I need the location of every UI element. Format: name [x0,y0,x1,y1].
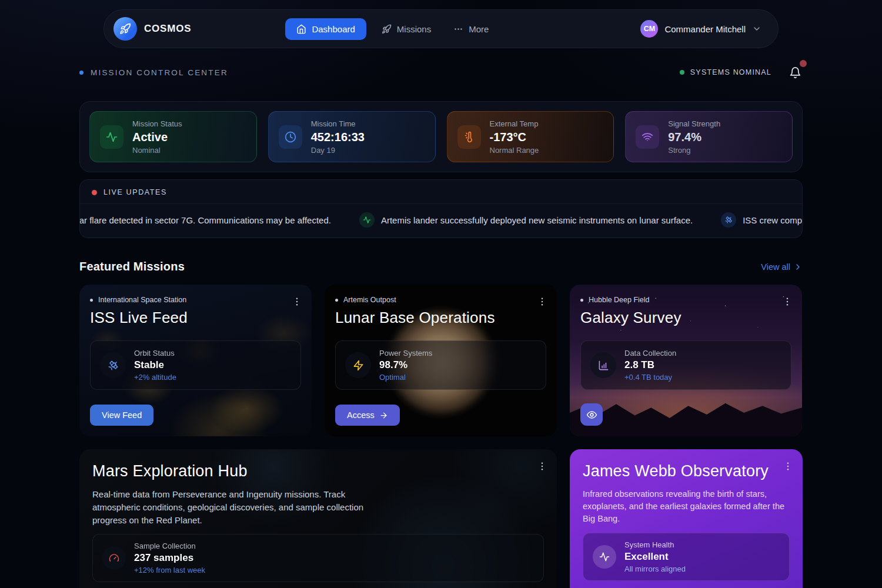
live-updates-panel: LIVE UPDATES Solar flare detected in sec… [79,179,803,238]
card-eyebrow: Hubble Deep Field [580,296,791,304]
status-dot-blue [79,71,83,75]
bell-icon [789,66,801,79]
stat-value: 237 samples [134,552,205,564]
mission-card-galaxy[interactable]: Hubble Deep Field Galaxy Survey Data Col… [570,285,802,436]
system-status-label: SYSTEMS NOMINAL [690,68,771,76]
nav-item-label: Missions [397,24,431,34]
preview-button[interactable] [580,403,603,426]
activity-icon [100,125,123,149]
stat-sub: Normal Range [490,146,539,155]
chevron-right-icon [793,262,803,272]
main-content: MISSION CONTROL CENTER SYSTEMS NOMINAL M… [79,48,803,588]
card-title: Mars Exploration Hub [92,462,544,480]
user-menu[interactable]: CM Commander Mitchell [637,16,770,41]
page-title: MISSION CONTROL CENTER [91,68,228,77]
stat-value: 452:16:33 [311,130,365,144]
card-description: Infrared observations revealing the birt… [583,488,790,525]
ticker-text: Artemis lander successfully deployed new… [381,215,693,225]
chevron-down-icon [752,24,761,34]
button-label: View Feed [102,410,142,420]
mars-exploration-card[interactable]: Mars Exploration Hub Real-time data from… [79,449,557,588]
stat-value: 97.4% [668,130,720,144]
kebab-icon [783,461,793,472]
brand[interactable]: COSMOS [113,17,191,41]
stats-panel: Mission Status Active Nominal Mission Ti… [79,101,803,172]
card-stat-box: Power Systems 98.7% Optimal [335,340,546,390]
mission-control-title-group: MISSION CONTROL CENTER [79,68,228,77]
system-status-group: SYSTEMS NOMINAL [680,65,803,80]
top-nav: COSMOS Dashboard Missions More CM Comman… [103,9,779,48]
card-description: Real-time data from Perseverance and Ing… [92,488,370,526]
stat-sub: Nominal [132,146,182,155]
stat-delta: +2% altitude [134,373,176,382]
eyebrow-label: Hubble Deep Field [589,296,650,304]
stat-delta: +12% from last week [134,566,205,574]
card-title: ISS Live Feed [90,309,301,327]
stat-label: Mission Time [311,119,365,128]
news-ticker[interactable]: Solar flare detected in sector 7G. Commu… [80,204,802,238]
wifi-icon [636,125,659,149]
stat-value: -173°C [490,130,539,144]
eyebrow-label: International Space Station [98,296,186,304]
cosmos-dashboard-page: COSMOS Dashboard Missions More CM Comman… [0,0,882,588]
spotlight-row: Mars Exploration Hub Real-time data from… [79,449,803,588]
nav-item-more[interactable]: More [446,18,496,40]
mission-card-lunar[interactable]: Artemis Outpost Lunar Base Operations Po… [325,285,557,436]
access-button[interactable]: Access [335,405,400,426]
card-stat-box: Data Collection 2.8 TB +0.4 TB today [580,340,791,390]
nav-item-dashboard[interactable]: Dashboard [285,18,366,40]
avatar: CM [640,20,658,38]
card-stat-box: Orbit Status Stable +2% altitude [90,340,301,390]
stat-label: Orbit Status [134,349,176,358]
view-all-link[interactable]: View all [761,262,803,272]
ticker-text: Solar flare detected in sector 7G. Commu… [80,215,331,225]
card-menu-button[interactable] [533,293,551,310]
stat-label: Data Collection [624,349,676,358]
live-updates-title: LIVE UPDATES [103,188,167,196]
satellite-icon [721,212,736,228]
card-title: James Webb Observatory [583,462,790,480]
card-menu-button[interactable] [288,293,306,310]
button-label: Access [347,410,375,420]
live-updates-header: LIVE UPDATES [80,180,802,204]
home-icon [296,24,306,34]
stat-card-signal-strength: Signal Strength 97.4% Strong [625,111,793,162]
stat-card-mission-status: Mission Status Active Nominal [89,111,257,162]
james-webb-card[interactable]: James Webb Observatory Infrared observat… [570,449,803,588]
nav-item-label: More [469,24,489,34]
kebab-icon [292,296,302,307]
brand-name: COSMOS [144,23,191,35]
card-menu-button[interactable] [779,457,797,475]
stat-value: Stable [134,359,176,371]
card-menu-button[interactable] [779,293,796,310]
card-content: Artemis Outpost Lunar Base Operations Po… [325,285,557,436]
thermometer-icon [457,125,481,149]
stat-label: Power Systems [379,349,432,358]
stat-sub: Strong [668,146,720,155]
activity-icon [359,212,375,228]
notification-badge [800,60,807,67]
live-dot [92,190,97,195]
kebab-icon [537,296,547,307]
card-menu-button[interactable] [533,457,551,475]
stat-label: Signal Strength [668,119,720,128]
eyebrow-dot [580,299,583,302]
kebab-icon [782,296,793,307]
ticker-text: ISS crew completes critical EVA [743,215,802,225]
stat-label: External Temp [490,119,539,128]
mission-card-iss[interactable]: International Space Station ISS Live Fee… [79,285,312,436]
stat-label: Mission Status [132,119,182,128]
nav-item-missions[interactable]: Missions [375,18,438,40]
eyebrow-label: Artemis Outpost [343,296,396,304]
eyebrow-dot [90,299,93,302]
view-feed-button[interactable]: View Feed [90,405,153,426]
rocket-icon [382,24,392,34]
bar-chart-icon [590,352,616,378]
notifications-button[interactable] [788,65,803,80]
view-all-label: View all [761,262,790,272]
card-eyebrow: International Space Station [90,296,301,304]
stat-label: Sample Collection [134,542,205,550]
kebab-icon [537,461,547,472]
stat-delta: Optimal [379,373,432,382]
rocket-logo-icon [113,17,137,41]
